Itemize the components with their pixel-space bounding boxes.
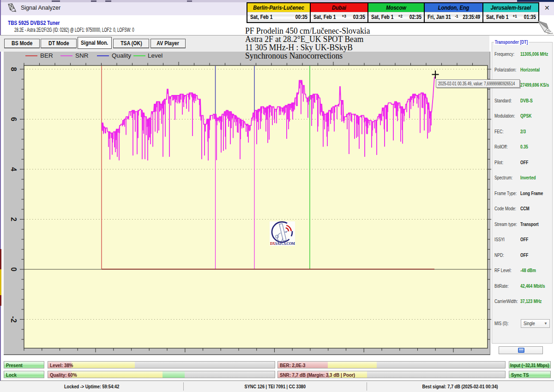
svg-text:dxsatcs: dxsatcs	[547, 32, 553, 35]
